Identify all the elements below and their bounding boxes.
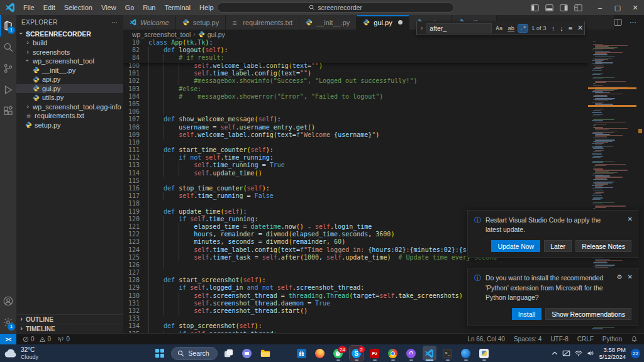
taskbar-app-thunderbird[interactable] — [459, 346, 473, 361]
taskbar-app-clipchamp[interactable] — [404, 346, 418, 361]
outline-panel[interactable]: ›OUTLINE — [16, 314, 123, 324]
tree-item-requirements.txt[interactable]: ≣requirements.txt — [16, 111, 123, 121]
menu-item-view[interactable]: View — [97, 0, 121, 15]
previous-match-icon[interactable]: ↑ — [550, 25, 557, 32]
close-find-icon[interactable]: ✕ — [576, 24, 584, 32]
workspace-root[interactable]: › SCREENRECORDER — [16, 29, 123, 38]
taskbar-clock[interactable]: 3:58 PM 5/12/2024 — [599, 346, 626, 361]
settings-gear-icon[interactable]: 1 — [0, 312, 16, 333]
next-match-icon[interactable]: ↓ — [558, 25, 565, 32]
taskbar-search[interactable]: Search — [171, 347, 217, 360]
start-button[interactable] — [153, 346, 167, 361]
notification-message: Restart Visual Studio Code to apply the … — [486, 216, 610, 234]
minimize-button[interactable]: – — [591, 0, 609, 15]
breadcrumb-file[interactable]: gui.py — [208, 31, 225, 38]
status-item[interactable]: Spaces: 4 — [514, 336, 541, 343]
menu-item-run[interactable]: Run — [138, 0, 160, 15]
whole-word-icon[interactable]: ab — [506, 25, 516, 32]
taskbar-app-skype[interactable]: S2 — [350, 346, 364, 361]
menu-item-go[interactable]: Go — [121, 0, 139, 15]
ports-indicator[interactable]: 0 — [57, 336, 70, 343]
activity-run-debug[interactable] — [0, 79, 16, 101]
tree-item-api.py[interactable]: api.py — [16, 75, 123, 84]
code-line: 112if not self.time_running: — [123, 154, 588, 162]
update-now-button[interactable]: Update Now — [491, 240, 540, 252]
tree-item-wp_screenshot_tool.egg-info[interactable]: ›wp_screenshot_tool.egg-info — [16, 102, 123, 112]
breadcrumb-folder[interactable]: wp_screenshot_tool — [132, 31, 191, 38]
split-editor-icon[interactable] — [614, 18, 622, 26]
problems-indicator[interactable]: 0 0 — [23, 336, 51, 343]
tree-item-utils.py[interactable]: utils.py — [16, 93, 123, 102]
command-center-search[interactable]: screenrecorder — [217, 3, 454, 13]
menu-item-file[interactable]: File — [19, 0, 39, 15]
notifications-bell-icon[interactable] — [631, 336, 638, 343]
toggle-replace-icon[interactable]: › — [419, 25, 424, 31]
tab-requirements-txt[interactable]: ≣requirements.txt — [226, 15, 299, 30]
taskbar-app-store[interactable] — [295, 346, 309, 361]
match-case-icon[interactable]: Aa — [494, 25, 504, 32]
remote-indicator[interactable]: >< — [0, 334, 16, 345]
notification-close-icon[interactable]: ✕ — [628, 273, 633, 280]
cast-off-icon[interactable] — [562, 350, 570, 356]
tray-chevron-up-icon[interactable] — [552, 351, 558, 356]
taskbar-app-chrome[interactable] — [386, 346, 400, 361]
notification-close-icon[interactable]: ✕ — [628, 216, 633, 222]
menu-item-help[interactable]: Help — [195, 0, 218, 15]
taskbar-app-terminal[interactable]: >_ — [441, 346, 455, 361]
tree-item-screenshots[interactable]: ›screenshots — [16, 48, 123, 57]
tree-item-wp_screenshot_tool[interactable]: ›wp_screenshot_tool — [16, 57, 123, 66]
install-button[interactable]: Install — [512, 308, 541, 320]
status-item[interactable]: Ln 66, Col 40 — [467, 336, 505, 343]
menu-item-edit[interactable]: Edit — [39, 0, 60, 15]
release-notes-button[interactable]: Release Notes — [575, 240, 631, 252]
toggle-panel-icon[interactable] — [545, 4, 553, 12]
modified-dot-icon[interactable] — [398, 20, 402, 25]
taskbar-app-python-app[interactable] — [477, 346, 491, 361]
notification-count-badge[interactable]: 22 — [631, 349, 640, 358]
tab-setup-py[interactable]: setup.py — [176, 15, 226, 30]
find-input[interactable] — [426, 23, 492, 33]
tree-item-setup.py[interactable]: setup.py — [16, 121, 123, 130]
wifi-icon[interactable] — [575, 350, 582, 356]
volume-icon[interactable] — [587, 350, 594, 356]
taskbar-weather-widget[interactable]: 32°C Cloudy — [4, 346, 38, 360]
show-recommendations-button[interactable]: Show Recommendations — [545, 308, 631, 320]
taskbar-app-file-explorer[interactable] — [258, 346, 272, 361]
editor-more-actions-icon[interactable]: ⋯ — [630, 18, 636, 26]
tab-gui-py[interactable]: gui.py — [357, 15, 409, 30]
tree-item-__init__.py[interactable]: __init__.py — [16, 66, 123, 75]
status-item[interactable]: CRLF — [577, 336, 594, 343]
activity-explorer[interactable]: 1 — [0, 15, 16, 36]
maximize-button[interactable]: ▢ — [609, 0, 626, 15]
taskbar-app-task-view[interactable] — [222, 346, 236, 361]
tree-item-build[interactable]: ›build — [16, 38, 123, 48]
timeline-panel[interactable]: ›TIMELINE — [16, 324, 123, 333]
regex-icon[interactable]: .* — [518, 25, 528, 32]
line-number: 114 — [123, 170, 148, 177]
taskbar-app-edge[interactable] — [277, 346, 291, 361]
tree-item-gui.py[interactable]: gui.py — [16, 84, 123, 94]
taskbar-app-filezilla[interactable]: Fz — [368, 346, 382, 361]
status-item[interactable]: UTF-8 — [550, 336, 568, 343]
menu-item-terminal[interactable]: Terminal — [160, 0, 196, 15]
tab-Welcome[interactable]: Welcome — [123, 15, 176, 30]
find-in-selection-icon[interactable]: ≡ — [567, 25, 574, 32]
menu-item-selection[interactable]: Selection — [60, 0, 97, 15]
tab-__init__-py[interactable]: __init__.py — [299, 15, 357, 30]
customize-layout-icon[interactable] — [574, 4, 582, 12]
close-button[interactable]: ✕ — [626, 0, 644, 15]
taskbar-app-vscode[interactable] — [423, 346, 436, 361]
activity-extensions[interactable] — [0, 101, 16, 122]
status-item[interactable]: Python — [602, 336, 622, 343]
account-icon[interactable] — [0, 290, 16, 312]
explorer-actions-icon[interactable]: ⋯ — [111, 19, 118, 26]
taskbar-app-whatsapp[interactable]: 24 — [331, 346, 345, 361]
taskbar-app-chat[interactable] — [240, 346, 254, 361]
activity-source-control[interactable] — [0, 58, 16, 79]
activity-search[interactable] — [0, 36, 16, 58]
taskbar-app-firefox[interactable] — [313, 346, 327, 361]
later-button[interactable]: Later — [544, 240, 572, 252]
toggle-secondary-sidebar-icon[interactable] — [560, 4, 568, 12]
notification-gear-icon[interactable]: ⚙ — [617, 273, 623, 280]
toggle-sidebar-icon[interactable] — [531, 4, 539, 12]
